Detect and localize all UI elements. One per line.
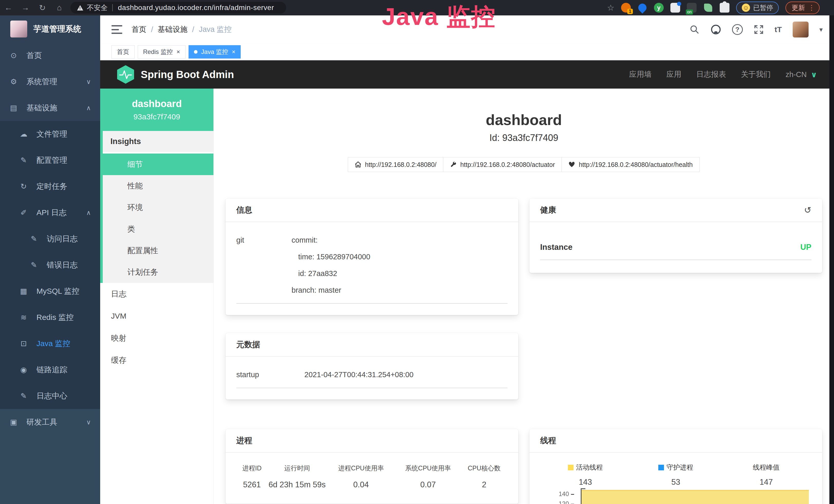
active-dot-icon [194, 50, 198, 54]
browser-forward-icon[interactable]: → [17, 3, 34, 12]
endpoint-health-button[interactable]: http://192.168.0.2:48080/actuator/health [562, 157, 699, 172]
info-git-row: git commit: time: 1596289704000 id: 27aa… [236, 233, 507, 304]
hamburger-icon[interactable] [111, 25, 122, 34]
extension-pin-icon[interactable] [637, 3, 647, 13]
instance-subtitle: Id: 93a3fc7f7409 [225, 133, 822, 143]
extension-switch-icon[interactable]: on [687, 3, 697, 13]
health-instance-row[interactable]: Instance UP [540, 241, 811, 260]
sidebar-item-devtools[interactable]: ▣ 研发工具 ∨ [0, 409, 100, 435]
github-icon[interactable] [710, 24, 721, 35]
sidebar-item-config[interactable]: ✎ 配置管理 [0, 147, 100, 173]
ytick-140: 140 [540, 490, 574, 498]
user-avatar[interactable] [793, 22, 809, 38]
sba-nav-about[interactable]: 关于我们 [741, 69, 771, 79]
fullscreen-icon[interactable] [753, 24, 764, 35]
insights-item-environment[interactable]: 环境 [103, 197, 214, 218]
breadcrumb-infra[interactable]: 基础设施 [158, 24, 188, 35]
sidebar-item-api-log[interactable]: ✐ API 日志 ∧ [0, 200, 100, 226]
metadata-key: startup [236, 370, 304, 379]
sidebar-item-tracing[interactable]: ◉ 链路追踪 [0, 357, 100, 383]
close-icon[interactable]: × [176, 48, 180, 55]
extension-colorzilla-icon[interactable]: 1 [621, 3, 631, 13]
paused-profile-chip[interactable]: ☺ 已暂停 [736, 2, 779, 14]
detail-cards: 信息 git commit: time: 1596289704000 id: 2… [225, 199, 822, 504]
insights-item-classes[interactable]: 类 [103, 218, 214, 240]
threads-legend: 活动线程 143 守护进程 [540, 463, 811, 487]
sba-language-select[interactable]: zh-CN ∨ [786, 70, 817, 79]
extension-y-icon[interactable]: y [654, 3, 664, 13]
user-caret-icon[interactable]: ▾ [819, 26, 823, 33]
breadcrumb-separator: / [192, 25, 194, 34]
sba-nav-journal[interactable]: 日志报表 [696, 69, 726, 79]
endpoint-actuator-button[interactable]: http://192.168.0.2:48080/actuator [443, 157, 562, 172]
metadata-card: 元数据 startup 2021-04-27T00:44:31.254+08:0… [225, 333, 518, 399]
sidebar-item-java-monitor[interactable]: ⊡ Java 监控 [0, 330, 100, 357]
chrome-update-button[interactable]: 更新 ⋮ [786, 2, 820, 14]
search-icon[interactable] [689, 24, 700, 35]
browser-reload-icon[interactable]: ↻ [34, 3, 51, 13]
history-icon[interactable]: ↺ [804, 205, 812, 215]
sidebar-item-jobs[interactable]: ↻ 定时任务 [0, 173, 100, 200]
insights-heading[interactable]: Insights [103, 131, 214, 154]
heart-icon [568, 161, 575, 168]
sidebar-item-redis[interactable]: ≋ Redis 监控 [0, 304, 100, 330]
sba-brand[interactable]: Spring Boot Admin [117, 65, 234, 84]
sidebar-item-home[interactable]: ⊙ 首页 [0, 42, 100, 69]
sba-nav-applications[interactable]: 应用 [666, 69, 681, 79]
sidebar-item-label: 首页 [26, 50, 42, 61]
browser-menu-icon[interactable]: ⋮ [808, 4, 815, 12]
endpoint-home-button[interactable]: http://192.168.0.2:48080/ [348, 157, 443, 172]
sidebar-item-system[interactable]: ⚙ 系统管理 ∨ [0, 69, 100, 95]
update-label: 更新 [792, 3, 805, 12]
sidebar-item-files[interactable]: ☁ 文件管理 [0, 121, 100, 147]
annotation-java-monitor: Java 监控 [382, 1, 496, 33]
instance-item-jvm[interactable]: JVM [100, 305, 214, 327]
process-card-title: 进程 [225, 429, 518, 453]
bookmark-star-icon[interactable]: ☆ [607, 3, 614, 13]
sidebar-item-label: API 日志 [37, 207, 67, 218]
breadcrumb-home[interactable]: 首页 [132, 24, 147, 35]
sidebar-item-infra[interactable]: ▤ 基础设施 ∧ [0, 95, 100, 121]
instance-item-caches[interactable]: 缓存 [100, 349, 214, 371]
screenshot-root: ← → ↻ ⌂ ! 不安全 dashboard.yudao.iocoder.cn… [0, 0, 834, 504]
process-card: 进程 进程ID 5261 运行时间 6d 23h 15m 59 [225, 429, 518, 504]
instance-item-logs[interactable]: 日志 [100, 283, 214, 305]
sidebar-logo-row: 芋道管理系统 [0, 16, 100, 42]
help-icon[interactable]: ? [732, 24, 743, 35]
close-icon[interactable]: × [232, 48, 235, 55]
page-url[interactable]: dashboard.yudao.iocoder.cn/infra/admin-s… [118, 4, 274, 12]
browser-scrollbar[interactable] [829, 16, 834, 504]
sidebar-item-label: 研发工具 [26, 417, 57, 428]
git-time-line: time: 1596289704000 [291, 253, 370, 261]
process-val-syscpu: 0.07 [395, 480, 461, 489]
extensions-puzzle-icon[interactable] [720, 3, 729, 13]
insights-item-metrics[interactable]: 性能 [103, 175, 214, 197]
extension-grid-icon[interactable] [671, 3, 680, 13]
extension-leaf-icon[interactable] [703, 3, 713, 13]
sidebar-item-log-center[interactable]: ✎ 日志中心 [0, 383, 100, 409]
text-size-icon[interactable]: tT [775, 25, 782, 34]
process-val-cores: 2 [461, 480, 507, 489]
instance-header[interactable]: dashboard 93a3fc7f7409 [100, 89, 214, 131]
sba-nav-wallboard[interactable]: 应用墙 [629, 69, 651, 79]
tab-home[interactable]: 首页 [111, 45, 135, 59]
insights-item-config-props[interactable]: 配置属性 [103, 240, 214, 261]
info-value: commit: time: 1596289704000 id: 27aa832 … [291, 236, 370, 295]
security-label[interactable]: 不安全 [87, 3, 108, 12]
browser-home-icon[interactable]: ⌂ [51, 3, 68, 12]
sidebar-item-label: Redis 监控 [37, 312, 74, 323]
tab-java-monitor[interactable]: Java 监控 × [189, 45, 241, 59]
endpoint-url: http://192.168.0.2:48080/actuator/health [579, 161, 693, 168]
insights-item-details[interactable]: 细节 [103, 154, 214, 175]
sidebar-item-access-log[interactable]: ✎ 访问日志 [0, 226, 100, 252]
insights-item-scheduled-tasks[interactable]: 计划任务 [103, 261, 214, 283]
browser-back-icon[interactable]: ← [0, 3, 17, 12]
tab-redis-monitor[interactable]: Redis 监控 × [138, 45, 185, 59]
address-bar[interactable]: ! 不安全 dashboard.yudao.iocoder.cn/infra/a… [70, 2, 286, 14]
instance-item-mappings[interactable]: 映射 [100, 327, 214, 349]
sidebar-item-label: 访问日志 [47, 234, 78, 244]
sba-body: dashboard 93a3fc7f7409 Insights 细节 性能 环境… [100, 89, 834, 504]
sidebar-item-error-log[interactable]: ✎ 错误日志 [0, 252, 100, 278]
tab-label: Redis 监控 [143, 48, 173, 56]
sidebar-item-mysql[interactable]: ▦ MySQL 监控 [0, 278, 100, 304]
